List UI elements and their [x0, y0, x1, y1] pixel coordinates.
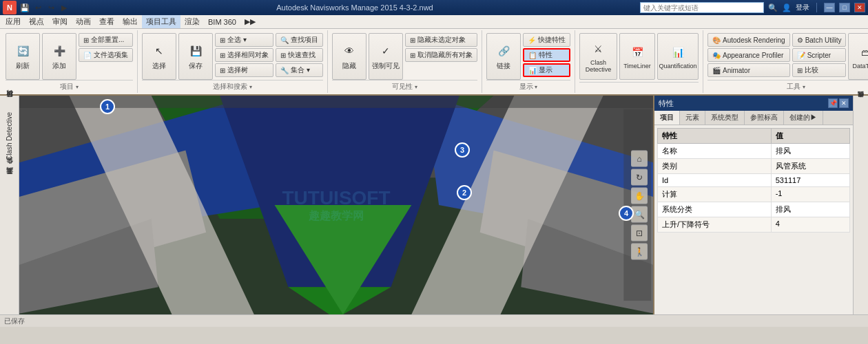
- ribbon-col-tools-right: ⚙ Batch Utility 📝 Scripter ⊞ 比较: [792, 33, 847, 77]
- quick-find-btn[interactable]: ⊞ 快速查找: [276, 48, 323, 62]
- ribbon-group-tools: 🎨 Autodesk Rendering 🎭 Appearance Profil…: [705, 30, 868, 93]
- hide-unselect-btn[interactable]: ⊞ 隐藏未选定对象: [405, 33, 477, 47]
- vp-pan-btn[interactable]: ✋: [631, 188, 648, 204]
- add-label: 添加: [52, 61, 66, 71]
- find-proj-label: 查找项目: [291, 35, 318, 45]
- ribbon-group-clash: ⚔ Clash Detective 📅 TimeLiner 📊 Quantifi…: [577, 30, 703, 93]
- panel-tab-system-type[interactable]: 系统类型: [705, 111, 745, 125]
- timeliner-btn[interactable]: 📅 TimeLiner: [619, 33, 655, 80]
- cancel-hide-label: 取消隐藏所有对象: [417, 50, 473, 60]
- panel-tab-created[interactable]: 创建的▶: [784, 111, 823, 125]
- save-label: 保存: [189, 61, 203, 71]
- display-btn[interactable]: 📊 显示: [523, 63, 570, 77]
- quantification-btn[interactable]: 📊 Quantification: [657, 33, 699, 80]
- sidebar-item-measure[interactable]: 测量工具: [3, 175, 16, 184]
- user-icon: 👤: [782, 3, 792, 12]
- sidebar-item-clash[interactable]: Clash Detective: [4, 108, 14, 164]
- table-row: 计算-1: [658, 187, 850, 202]
- undo-btn[interactable]: ↩: [32, 2, 43, 13]
- title-search-input[interactable]: [640, 2, 764, 13]
- redo-btn[interactable]: ↪: [45, 2, 56, 13]
- cancel-hide-btn[interactable]: ⊞ 取消隐藏所有对象: [405, 48, 477, 62]
- hide-icon: 👁: [341, 43, 358, 59]
- all-select-btn[interactable]: ⊞ 全选 ▾: [215, 33, 273, 47]
- clash-detective-icon: ⚔: [590, 41, 607, 57]
- maximize-btn[interactable]: □: [839, 3, 850, 12]
- menu-item-apply[interactable]: 应用: [1, 15, 25, 28]
- menu-item-animation[interactable]: 动画: [72, 15, 95, 28]
- refresh-large-btn[interactable]: 🔄 刷新: [6, 33, 40, 80]
- clash-detective-label: Clash Detective: [580, 59, 617, 73]
- sidebar-item-saved-viewpoints[interactable]: 保存的视点: [855, 98, 867, 107]
- panel-close-btn[interactable]: ✕: [839, 98, 849, 108]
- vp-orbit-btn[interactable]: ↻: [631, 169, 648, 186]
- link-btn[interactable]: 🔗 链接: [486, 33, 521, 80]
- sidebar-item-collection[interactable]: 集合: [3, 166, 16, 174]
- hide-large-btn[interactable]: 👁 隐藏: [332, 33, 366, 80]
- annotation-4: 4: [619, 206, 634, 221]
- add-large-btn[interactable]: ➕ 添加: [42, 33, 76, 80]
- left-sidebar: 项目目录树 Clash Detective 集合 测量工具: [0, 96, 19, 314]
- main-area: 项目目录树 Clash Detective 集合 测量工具: [0, 96, 868, 314]
- file-select-btn[interactable]: 📄 文件选项集: [79, 48, 133, 62]
- datatools-btn[interactable]: 🗃 DataTools: [848, 33, 868, 80]
- clash-detective-btn[interactable]: ⚔ Clash Detective: [579, 33, 617, 80]
- props-btn[interactable]: 📋 特性: [523, 48, 570, 62]
- refresh-btn[interactable]: ▶: [59, 2, 70, 13]
- sidebar-item-project-tree[interactable]: 项目目录树: [3, 98, 16, 107]
- animator-btn[interactable]: 🎬 Animator: [707, 63, 790, 77]
- menu-item-project-tools[interactable]: 项目工具: [142, 15, 180, 28]
- minimize-btn[interactable]: —: [824, 3, 835, 12]
- panel-tab-ref-level[interactable]: 参照标高: [745, 111, 784, 125]
- appearance-profiler-btn[interactable]: 🎭 Appearance Profiler: [707, 48, 790, 62]
- menu-item-viewpoint[interactable]: 视点: [25, 15, 48, 28]
- quick-props-btn[interactable]: ⚡ 快捷特性: [523, 33, 570, 47]
- force-visible-btn[interactable]: ✓ 强制可见: [369, 33, 403, 80]
- property-name: 名称: [658, 144, 772, 159]
- ribbon-content: 🔄 刷新 ➕ 添加 ⊞ 全部重置... 📄: [0, 29, 868, 94]
- panel-pin-btn[interactable]: 📌: [828, 98, 838, 108]
- save-icon: 💾: [187, 43, 204, 59]
- find-proj-btn[interactable]: 🔍 查找项目: [276, 33, 323, 47]
- panel-tab-project[interactable]: 项目: [654, 111, 680, 125]
- search-icon[interactable]: 🔍: [768, 3, 778, 12]
- window-title: Autodesk Navisworks Manage 2015 4-3-2.nw…: [70, 3, 640, 12]
- menu-item-more[interactable]: ▶▶: [240, 16, 260, 28]
- scripter-btn[interactable]: 📝 Scripter: [792, 48, 847, 62]
- all-select-icon: ⊞: [220, 36, 225, 44]
- vp-zoomext-btn[interactable]: ⊡: [631, 225, 648, 241]
- menu-item-render[interactable]: 渲染: [180, 15, 204, 28]
- vp-walk-btn[interactable]: 🚶: [631, 244, 648, 260]
- menu-item-review[interactable]: 审阅: [48, 15, 72, 28]
- ribbon-col-select-options: ⊞ 全选 ▾ ⊞ 选择相同对象 ⊞ 选择树: [215, 33, 273, 77]
- save-btn[interactable]: 💾: [19, 2, 30, 13]
- select-tree-btn[interactable]: ⊞ 选择树: [215, 63, 273, 77]
- ribbon-group-visibility: 👁 隐藏 ✓ 强制可见 ⊞ 隐藏未选定对象 ⊞ 取消隐藏所有对象: [329, 30, 482, 93]
- compare-btn[interactable]: ⊞ 比较: [792, 63, 847, 77]
- table-row: 上升/下降符号4: [658, 217, 850, 233]
- same-select-btn[interactable]: ⊞ 选择相同对象: [215, 48, 273, 62]
- full-reset-btn[interactable]: ⊞ 全部重置...: [79, 33, 133, 47]
- combine-btn[interactable]: 🔧 集合 ▾: [276, 63, 323, 77]
- cancel-hide-icon: ⊞: [410, 52, 415, 59]
- save-large-btn[interactable]: 💾 保存: [178, 33, 213, 80]
- animator-icon: 🎬: [712, 67, 721, 74]
- viewport[interactable]: TUTUISOFT 趣趣教学网 ⌂ ↻ ✋ 🔍 ⊡ 🚶 1 2 3 4: [19, 96, 653, 314]
- batch-utility-btn[interactable]: ⚙ Batch Utility: [792, 33, 847, 47]
- menu-item-bim360[interactable]: BIM 360: [204, 17, 240, 28]
- display-label: 显示: [539, 65, 552, 75]
- menu-item-view[interactable]: 查看: [95, 15, 118, 28]
- vp-home-btn[interactable]: ⌂: [631, 151, 648, 167]
- viewport-controls: ⌂ ↻ ✋ 🔍 ⊡ 🚶: [631, 151, 648, 260]
- login-btn[interactable]: 登录: [796, 3, 809, 12]
- viewport-svg: [19, 96, 653, 314]
- ribbon-group-project-content: 🔄 刷新 ➕ 添加 ⊞ 全部重置... 📄: [6, 30, 133, 80]
- close-btn[interactable]: ✕: [854, 3, 865, 12]
- menu-bar: 应用 视点 审阅 动画 查看 输出 项目工具 渲染 BIM 360 ▶▶: [0, 15, 868, 29]
- refresh-icon: 🔄: [14, 43, 31, 59]
- datatools-label: DataTools: [852, 63, 868, 69]
- select-large-btn[interactable]: ↖ 选择: [142, 33, 176, 80]
- panel-tab-element[interactable]: 元素: [680, 111, 705, 125]
- autodesk-rendering-btn[interactable]: 🎨 Autodesk Rendering: [707, 33, 790, 47]
- menu-item-output[interactable]: 输出: [118, 15, 142, 28]
